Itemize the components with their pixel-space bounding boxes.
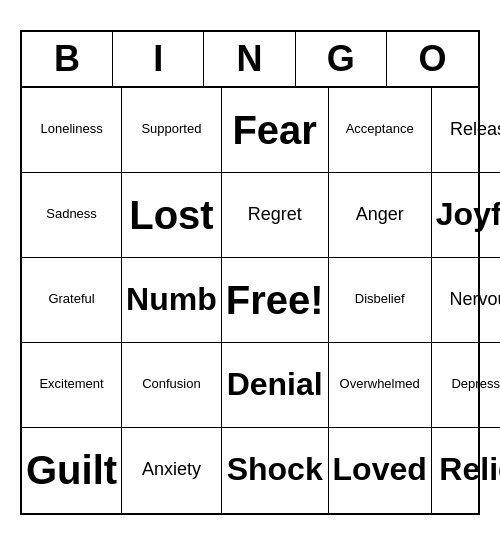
bingo-header: BINGO (22, 32, 478, 88)
cell-text-10: Grateful (48, 292, 94, 306)
header-letter-i: I (113, 32, 204, 86)
bingo-cell-11[interactable]: Numb (122, 258, 222, 343)
bingo-cell-8[interactable]: Anger (329, 173, 432, 258)
cell-text-9: Joyful (436, 197, 500, 232)
bingo-grid: LonelinessSupportedFearAcceptanceRelease… (22, 88, 478, 513)
cell-text-13: Disbelief (355, 292, 405, 306)
bingo-cell-16[interactable]: Confusion (122, 343, 222, 428)
bingo-cell-14[interactable]: Nervous (432, 258, 500, 343)
bingo-cell-19[interactable]: Depressed (432, 343, 500, 428)
bingo-cell-6[interactable]: Lost (122, 173, 222, 258)
bingo-cell-22[interactable]: Shock (222, 428, 329, 513)
bingo-cell-13[interactable]: Disbelief (329, 258, 432, 343)
bingo-cell-21[interactable]: Anxiety (122, 428, 222, 513)
cell-text-16: Confusion (142, 377, 201, 391)
cell-text-21: Anxiety (142, 460, 201, 480)
cell-text-14: Nervous (449, 290, 500, 310)
bingo-cell-4[interactable]: Release (432, 88, 500, 173)
cell-text-18: Overwhelmed (340, 377, 420, 391)
header-letter-n: N (204, 32, 295, 86)
bingo-cell-10[interactable]: Grateful (22, 258, 122, 343)
bingo-cell-5[interactable]: Sadness (22, 173, 122, 258)
cell-text-19: Depressed (451, 377, 500, 391)
cell-text-5: Sadness (46, 207, 97, 221)
bingo-cell-18[interactable]: Overwhelmed (329, 343, 432, 428)
bingo-cell-12[interactable]: Free! (222, 258, 329, 343)
bingo-cell-17[interactable]: Denial (222, 343, 329, 428)
cell-text-0: Loneliness (40, 122, 102, 136)
bingo-cell-3[interactable]: Acceptance (329, 88, 432, 173)
bingo-cell-0[interactable]: Loneliness (22, 88, 122, 173)
bingo-card: BINGO LonelinessSupportedFearAcceptanceR… (20, 30, 480, 515)
cell-text-4: Release (450, 120, 500, 140)
header-letter-g: G (296, 32, 387, 86)
cell-text-22: Shock (227, 452, 323, 487)
cell-text-15: Excitement (39, 377, 103, 391)
bingo-cell-2[interactable]: Fear (222, 88, 329, 173)
header-letter-b: B (22, 32, 113, 86)
cell-text-2: Fear (232, 108, 317, 152)
cell-text-20: Guilt (26, 448, 117, 492)
header-letter-o: O (387, 32, 478, 86)
cell-text-17: Denial (227, 367, 323, 402)
bingo-cell-23[interactable]: Loved (329, 428, 432, 513)
cell-text-23: Loved (333, 452, 427, 487)
cell-text-11: Numb (126, 282, 217, 317)
cell-text-6: Lost (129, 193, 213, 237)
bingo-cell-1[interactable]: Supported (122, 88, 222, 173)
bingo-cell-24[interactable]: Relief (432, 428, 500, 513)
cell-text-7: Regret (248, 205, 302, 225)
cell-text-1: Supported (141, 122, 201, 136)
bingo-cell-15[interactable]: Excitement (22, 343, 122, 428)
bingo-cell-20[interactable]: Guilt (22, 428, 122, 513)
cell-text-12: Free! (226, 278, 324, 322)
bingo-cell-7[interactable]: Regret (222, 173, 329, 258)
cell-text-24: Relief (439, 452, 500, 487)
cell-text-8: Anger (356, 205, 404, 225)
cell-text-3: Acceptance (346, 122, 414, 136)
bingo-cell-9[interactable]: Joyful (432, 173, 500, 258)
